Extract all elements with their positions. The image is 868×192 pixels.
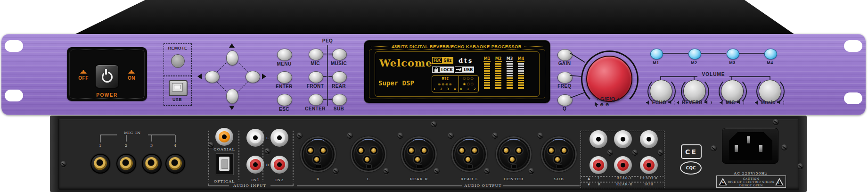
rca-out-sub <box>640 156 658 174</box>
xlr-out-sub <box>541 136 577 172</box>
echo-label: ECHO <box>652 100 667 105</box>
nav-left-button[interactable] <box>205 71 220 83</box>
reverb-knob[interactable] <box>683 80 706 102</box>
speaker-low-icon <box>677 100 680 105</box>
speaker-low-icon <box>720 100 724 105</box>
m2-led[interactable] <box>688 49 701 59</box>
power-icon <box>102 72 113 83</box>
screw <box>333 168 339 174</box>
arrow-right-icon <box>262 74 266 79</box>
screw <box>264 148 270 154</box>
screw <box>296 133 303 139</box>
meter-bar <box>484 63 490 86</box>
meter-bar <box>495 63 501 86</box>
m1-label: M1 <box>647 60 665 65</box>
meter-label: M2 <box>495 57 502 62</box>
peq-center-label: CENTER <box>302 106 328 111</box>
nav-down-button[interactable] <box>226 89 238 104</box>
rack-hole <box>844 92 862 104</box>
m2-label: M2 <box>685 60 704 65</box>
peq-rear-button[interactable] <box>332 71 347 83</box>
power-button[interactable] <box>95 64 119 89</box>
mic-jack-3 <box>142 154 162 174</box>
peq-center-button[interactable] <box>309 94 323 106</box>
screw <box>781 144 787 150</box>
remote-label: REMOTE <box>164 46 191 50</box>
power-off-label: OFF <box>74 75 93 81</box>
rca-r-label: R <box>590 183 609 186</box>
freq-button[interactable] <box>557 72 573 83</box>
mic-label: MIC <box>726 100 735 105</box>
input-l-label: L <box>264 136 271 140</box>
music-knob-label-row: Music <box>752 100 787 105</box>
peq-front-label: FRONT <box>302 83 328 89</box>
gfq-knob[interactable] <box>586 56 632 102</box>
remote-section: REMOTE <box>164 43 192 76</box>
hand-cursor-icon <box>595 102 598 107</box>
xlr-l-label: L <box>350 177 387 181</box>
mic-in-3: 3 <box>147 143 156 148</box>
m4-led[interactable] <box>764 49 777 59</box>
menu-button[interactable] <box>277 49 292 61</box>
coaxial-label: COAXIAL <box>209 147 239 151</box>
music-label: Music <box>761 100 775 105</box>
screw <box>60 161 66 167</box>
peq-rear-label: REAR <box>326 83 352 89</box>
meter-bar <box>507 63 513 86</box>
gain-button[interactable] <box>557 49 573 61</box>
karaoke-processor-photo: OFF ON POWER REMOTE USB MENU ENTER ESC P… <box>0 0 868 192</box>
xlr-center-label: CENTER <box>495 177 532 181</box>
in2-right-rca <box>270 156 288 174</box>
in2-left-rca <box>270 129 288 147</box>
peq-front-button[interactable] <box>309 71 323 83</box>
menu-label: MENU <box>273 61 295 67</box>
lock-badge: LOCK <box>432 67 454 73</box>
peq-label: PEQ <box>319 38 336 43</box>
nav-up-button[interactable] <box>226 50 238 66</box>
in2-label: IN2 <box>271 178 288 182</box>
screw <box>492 133 498 139</box>
nav-right-button[interactable] <box>246 71 260 83</box>
xlr-out-rear-r <box>401 136 437 172</box>
meter-label: M4 <box>517 57 524 62</box>
screw <box>607 150 613 156</box>
echo-knob[interactable] <box>650 80 672 102</box>
display-mic-matrix: MIC ⊗⊗⊗⊗ 1 2 3 4 ○○○ ◉○○ D 1 2 <box>432 75 479 92</box>
peq-mic-button[interactable] <box>309 49 323 60</box>
peq-sub-label: SUB <box>326 106 352 111</box>
rca-out-r <box>590 156 607 174</box>
screw <box>632 150 638 156</box>
music-knob[interactable] <box>759 80 781 102</box>
enter-button[interactable] <box>277 71 292 83</box>
reverb-knob-label-row: REVERB <box>677 100 712 105</box>
ac-rating-label: AC 220V/50Hz <box>729 171 772 175</box>
xlr-out-r <box>300 136 336 172</box>
screw <box>484 168 490 174</box>
peq-music-button[interactable] <box>332 49 347 60</box>
screw <box>773 119 779 125</box>
screw <box>431 121 437 127</box>
screw <box>528 168 534 174</box>
mic-jack-4 <box>165 154 185 174</box>
speaker-loud-icon <box>668 100 675 105</box>
rca-out-l <box>590 130 607 148</box>
m3-led[interactable] <box>727 49 739 59</box>
m1-led[interactable] <box>650 49 663 59</box>
rca-l-label: L <box>590 176 609 180</box>
arrow-down-icon <box>229 106 235 110</box>
display-title: 48BITS DIGITAL REVERB/ECHO KARAOKE PROCE… <box>392 44 522 49</box>
speaker-low-icon <box>646 100 650 105</box>
esc-button[interactable] <box>277 94 292 106</box>
q-button[interactable] <box>557 94 573 106</box>
caution-line2: DONOT OPEN <box>739 184 763 187</box>
mic-knob[interactable] <box>721 80 744 102</box>
meter-bar <box>518 63 524 86</box>
coaxial-jack <box>215 128 233 146</box>
peq-sub-button[interactable] <box>332 94 347 106</box>
usb-port[interactable] <box>169 80 188 96</box>
screw <box>434 168 440 174</box>
enter-label: ENTER <box>273 84 295 89</box>
mic-knob-label-row: MIC <box>714 100 749 105</box>
padlock-icon <box>434 69 438 72</box>
xlr-r-label: R <box>299 177 337 181</box>
